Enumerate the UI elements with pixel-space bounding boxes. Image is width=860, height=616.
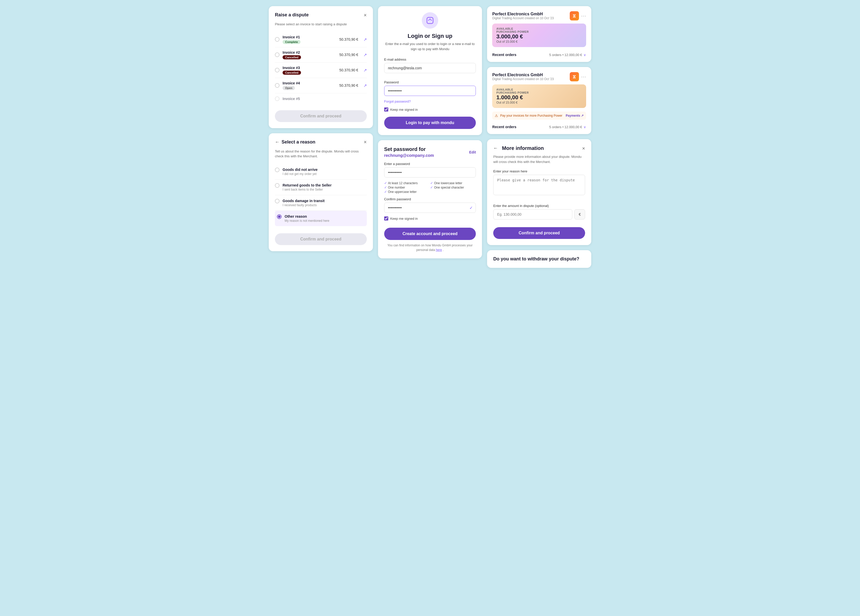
invoice-ext-link-3[interactable]: ↗ [364,68,367,73]
account-2-recent-value: 5 orders • 12.000,00 € ∨ [549,125,586,129]
reason-header: ← Select a reason × [275,140,367,145]
invoice-radio-5[interactable] [275,96,279,101]
warning-icon: ⚠ [495,114,498,118]
reason-sub-3: I received faulty products [282,203,325,207]
reason-list: Goods did not arrive I did not get my or… [275,164,367,226]
payments-link[interactable]: Payments ↗ [566,114,584,118]
password-label: Password [384,80,476,84]
invoice-badge-2: Cancelled [282,55,301,60]
reason-item-returned[interactable]: Returned goods to the Seller I sent back… [275,180,367,195]
invoice-item[interactable]: Invoice #5 [275,93,367,104]
amount-group: Enter the amount in dispute (optional) € [493,204,585,219]
mondu-avatar [422,12,438,29]
new-password-input[interactable] [384,167,476,177]
login-title: Login or Sign up [384,33,476,39]
set-pw-remember-label: Keep me signed in [390,217,418,221]
account-2-recent-label: Recent orders [492,125,516,129]
invoice-badge-1: Complete [282,40,300,44]
forgot-password-link[interactable]: Forgot password? [384,100,476,103]
pw-rule-2: ✓ One lowercase letter [430,181,476,185]
set-pw-remember-checkbox[interactable] [384,216,388,221]
account-1-recent-label: Recent orders [492,53,516,57]
more-info-close-button[interactable]: × [582,146,585,151]
login-subtitle: Enter the e-mail you used to order to lo… [384,41,476,52]
invoice-badge-3: Cancelled [282,71,301,75]
withdraw-dispute-card: Do you want to withdraw your dispute? [487,250,591,268]
reason-radio-2[interactable] [275,183,279,188]
invoice-name-1: Invoice #1 [282,35,336,39]
login-card: Login or Sign up Enter the e-mail you us… [378,6,482,135]
reason-text-1: Goods did not arrive [282,168,318,172]
dispute-close-button[interactable]: × [364,13,367,18]
login-button[interactable]: Login to pay with mondu [384,117,476,129]
reason-item-damage[interactable]: Goods damage in transit I received fault… [275,195,367,211]
set-pw-header: Set password for rechnung@company.com Ed… [384,146,476,158]
privacy-note: You can find information on how Mondu Gm… [384,243,476,252]
invoice-amount-1: 50.370,90 € [339,38,358,41]
account-card-2: Perfect Electronics GmbH Digital Trading… [487,67,591,134]
reason-title: Select a reason [281,140,315,145]
raise-dispute-card: Raise a dispute × Please select an invoi… [269,6,373,128]
reason-item-other[interactable]: Other reason My reason is not mentioned … [275,211,367,226]
create-account-button[interactable]: Create account and proceed [384,228,476,240]
edit-email-link[interactable]: Edit [469,150,476,154]
new-password-group: Enter a password ✓ At least 12 character… [384,162,476,194]
confirm-pw-label: Confirm password [384,197,476,201]
invoice-ext-link-1[interactable]: ↗ [364,37,367,42]
account-2-more-icon[interactable]: ⋯ [581,74,586,80]
invoice-radio-4[interactable] [275,83,279,88]
reason-radio-4[interactable] [277,215,281,219]
invoice-radio-2[interactable] [275,52,279,57]
account-1-power-out: Out of 15.000 € [496,40,582,44]
invoice-item[interactable]: Invoice #3 Cancelled 50.370,90 € ↗ [275,63,367,78]
set-password-card: Set password for rechnung@company.com Ed… [378,140,482,259]
reason-sub-2: I sent back items to the Seller [282,188,331,191]
privacy-link[interactable]: here [436,248,442,252]
reason-item-goods-not-arrive[interactable]: Goods did not arrive I did not get my or… [275,164,367,180]
more-info-subtitle: Please provide more information about yo… [493,154,585,164]
reason-back-button[interactable]: ← [275,140,279,145]
invoice-radio-3[interactable] [275,68,279,72]
invoice-item[interactable]: Invoice #4 Open 50.370,90 € ↗ [275,78,367,93]
reason-text-4: Other reason [285,215,330,218]
email-input[interactable] [384,63,476,73]
invoice-item[interactable]: Invoice #2 Cancelled 50.370,90 € ↗ [275,47,367,63]
set-pw-remember-row: Keep me signed in [384,216,476,221]
dispute-confirm-button[interactable]: Confirm and proceed [275,110,367,122]
currency-tag: € [574,209,585,219]
invoice-item[interactable]: Invoice #1 Complete 50.370,90 € ↗ [275,32,367,47]
invoice-list: Invoice #1 Complete 50.370,90 € ↗ Invoic… [275,32,367,104]
svg-rect-0 [427,17,433,24]
invoice-ext-link-4[interactable]: ↗ [364,83,367,88]
invoice-radio-1[interactable] [275,37,279,42]
invoice-amount-4: 50.370,90 € [339,83,358,88]
account-1-chevron-icon[interactable]: ∨ [584,53,586,57]
account-2-chevron-icon[interactable]: ∨ [584,125,586,129]
account-2-power-banner: AVAILABLEPURCHASING POWER 1.000,00 € Out… [492,85,586,108]
reason-textarea[interactable] [493,175,585,195]
reason-radio-1[interactable] [275,168,279,172]
account-1-power-amount: 3.000,00 € [496,33,582,40]
account-2-sub: Digital Trading Account created on 10 Oc… [492,77,554,81]
new-pw-label: Enter a password [384,162,476,166]
pw-rule-5: ✓ One uppercase letter [384,190,430,194]
reason-sub-1: I did not get my order yet [282,172,318,176]
reason-text-2: Returned goods to the Seller [282,183,331,187]
invoice-amount-2: 50.370,90 € [339,53,358,57]
confirm-password-input[interactable] [384,202,476,213]
password-input[interactable] [384,86,476,96]
account-1-name: Perfect Electronics GmbH [492,12,554,16]
account-1-logo: ⧖ [570,11,579,20]
reason-confirm-button[interactable]: Confirm and proceed [275,233,367,245]
account-1-more-icon[interactable]: ⋯ [581,13,586,19]
account-1-recent-orders: Recent orders 5 orders • 12.000,00 € ∨ [492,51,586,57]
account-2-name: Perfect Electronics GmbH [492,73,554,77]
withdraw-title: Do you want to withdraw your dispute? [493,256,585,262]
amount-input[interactable] [493,209,572,219]
reason-close-button[interactable]: × [364,140,367,144]
reason-radio-3[interactable] [275,199,279,203]
more-info-confirm-button[interactable]: Confirm and proceed [493,227,585,239]
invoice-ext-link-2[interactable]: ↗ [364,52,367,57]
more-info-back-button[interactable]: ← [493,146,498,151]
remember-me-checkbox[interactable] [384,107,388,111]
